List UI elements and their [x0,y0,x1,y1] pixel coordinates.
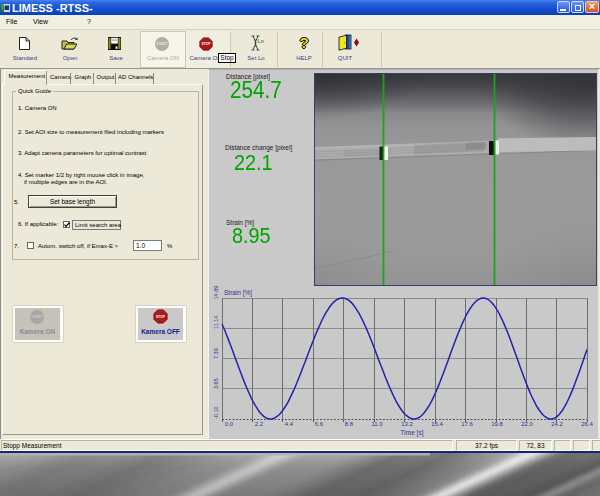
svg-text:Lo: Lo [258,38,264,44]
svg-text:15.4: 15.4 [431,421,443,427]
svg-text:11.0: 11.0 [371,421,383,427]
svg-text:3.65: 3.65 [213,378,219,389]
svg-text:Strain [%]: Strain [%] [224,289,252,297]
svg-text:13.2: 13.2 [401,421,413,427]
svg-text:Time [s]: Time [s] [401,429,424,437]
svg-text:STOP: STOP [156,315,166,319]
svg-text:22.0: 22.0 [521,421,533,427]
svg-text:19.8: 19.8 [491,421,503,427]
svg-text:26.4: 26.4 [581,421,593,427]
svg-text:8.8: 8.8 [345,421,354,427]
svg-text:6.6: 6.6 [315,421,324,427]
svg-text:11.14: 11.14 [213,316,219,329]
svg-text:24.2: 24.2 [551,421,563,427]
svg-text:14.89: 14.89 [213,286,219,300]
svg-text:17.6: 17.6 [461,421,473,427]
svg-text:7.39: 7.39 [213,348,219,359]
svg-text:0.0: 0.0 [225,421,234,427]
svg-text:4.4: 4.4 [285,421,294,427]
svg-text:-0.10: -0.10 [213,406,219,419]
svg-text:2.2: 2.2 [255,421,264,427]
svg-text:STOP: STOP [202,42,212,46]
